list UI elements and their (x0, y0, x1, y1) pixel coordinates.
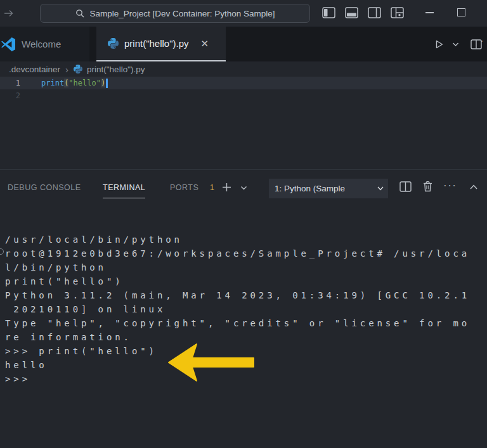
panel-tab-terminal[interactable]: TERMINAL (103, 183, 145, 198)
code-token-close-paren: ) (101, 79, 105, 87)
command-center-search[interactable]: Sample_Project [Dev Container: Python Sa… (40, 4, 310, 23)
terminal-selector-label: 1: Python (Sample (275, 184, 377, 193)
command-center-label: Sample_Project [Dev Container: Python Sa… (90, 9, 275, 18)
editor-tab-bar: Welcome print("hello").py ✕ (0, 27, 487, 61)
terminal-line: root@1912e0bd3e67:/workspaces/Sample_Pro… (5, 246, 470, 260)
breadcrumb-file[interactable]: print("hello").py (87, 65, 145, 74)
title-bar: Sample_Project [Dev Container: Python Sa… (0, 0, 487, 27)
ports-count-badge: 1 (210, 183, 214, 192)
terminal-line: /usr/local/bin/python (5, 233, 470, 246)
vscode-window: Sample_Project [Dev Container: Python Sa… (0, 0, 487, 448)
layout-sidebar-left-icon[interactable] (322, 7, 335, 18)
chevron-right-icon: › (65, 64, 68, 75)
customize-layout-icon[interactable] (391, 7, 404, 18)
terminal-line: print("hello") (5, 274, 470, 288)
editor-line-1[interactable]: 1 print("hello") (0, 77, 487, 89)
line-number: 1 (0, 79, 20, 87)
terminal-selector-dropdown[interactable]: 1: Python (Sample (269, 179, 388, 198)
terminal-line: hello (5, 358, 470, 372)
panel-tab-debug-console[interactable]: DEBUG CONSOLE (8, 183, 81, 192)
text-cursor (106, 79, 108, 88)
terminal-line: >>> print("hello") (5, 344, 470, 358)
terminal-command-decoration[interactable] (0, 248, 4, 255)
layout-panel-icon[interactable] (345, 7, 358, 18)
code-token-string: "hello" (68, 79, 101, 87)
terminal-output[interactable]: /usr/local/bin/python root@1912e0bd3e67:… (5, 233, 470, 386)
new-terminal-plus-icon[interactable] (221, 182, 232, 193)
terminal-line: >>> (5, 372, 470, 386)
run-button[interactable] (434, 39, 445, 49)
terminal-line: re information. (5, 330, 470, 344)
close-icon[interactable]: ✕ (201, 38, 209, 49)
code-editor[interactable]: 1 print("hello") 2 (0, 77, 487, 169)
vscode-logo-icon (1, 37, 16, 52)
python-icon (108, 38, 119, 49)
more-actions-icon[interactable]: ··· (443, 179, 457, 192)
tab-welcome[interactable]: Welcome (0, 27, 89, 61)
terminal-line: Type "help", "copyright", "credits" or "… (5, 316, 470, 330)
terminal-line: 20210110] on linux (5, 302, 470, 316)
terminal-launch-chevron-icon[interactable] (240, 186, 247, 191)
editor-line-2[interactable]: 2 (0, 89, 487, 102)
minimize-button[interactable] (425, 12, 434, 13)
search-icon (75, 9, 85, 18)
forward-arrow-icon[interactable] (3, 7, 15, 20)
split-terminal-button[interactable] (399, 181, 412, 192)
collapse-panel-chevron-up-icon[interactable] (469, 184, 478, 190)
tab-active-label: print("hello").py (124, 38, 189, 49)
breadcrumb-folder[interactable]: .devcontainer (9, 65, 60, 74)
run-dropdown-chevron-icon[interactable] (452, 42, 459, 47)
python-icon (74, 65, 82, 74)
breadcrumb[interactable]: .devcontainer › print("hello").py (0, 61, 487, 77)
terminal-line: l/bin/python (5, 260, 470, 274)
layout-sidebar-right-icon[interactable] (368, 7, 381, 18)
terminal-line: Python 3.11.2 (main, Mar 14 2023, 01:34:… (5, 288, 470, 302)
more-actions-partial-icon[interactable]: · (480, 35, 484, 47)
line-number: 2 (0, 91, 20, 100)
panel-tab-ports[interactable]: PORTS (170, 183, 198, 192)
tab-welcome-label: Welcome (22, 39, 61, 49)
maximize-button[interactable] (457, 8, 465, 16)
chevron-down-icon (377, 186, 384, 191)
bottom-panel: DEBUG CONSOLE TERMINAL PORTS 1 1: Python… (0, 169, 487, 448)
code-token-function: print (41, 79, 64, 87)
tab-active-file[interactable]: print("hello").py ✕ (96, 27, 226, 61)
code-token-open-paren: ( (64, 79, 68, 87)
panel-header: DEBUG CONSOLE TERMINAL PORTS 1 1: Python… (0, 179, 487, 198)
kill-terminal-trash-icon[interactable] (422, 181, 433, 193)
